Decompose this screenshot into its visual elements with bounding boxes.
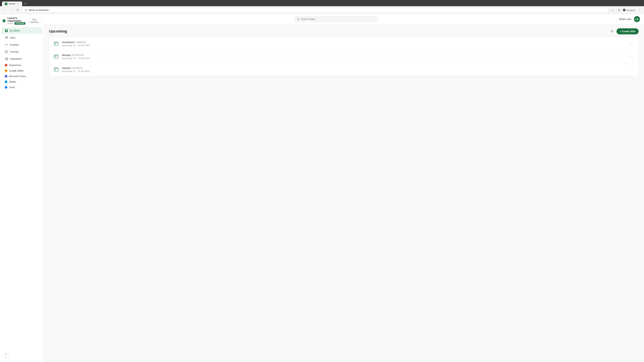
event-more-button-2[interactable]: ⋯ [628, 54, 634, 59]
event-calendar-icon-3 [53, 66, 59, 72]
event-name-row-1: Developers #1480327 [62, 41, 626, 44]
org-role-label: Owner [8, 22, 13, 25]
filter-button[interactable] [610, 29, 614, 34]
sidebar-item-analytics[interactable]: Analytics [1, 41, 42, 48]
svg-rect-28 [54, 55, 58, 58]
event-date-3: Upcoming: 11 – 12 Oct 2024 [62, 70, 626, 72]
sidebar-item-tutorials[interactable]: Tutorials [1, 48, 42, 55]
app-header: What's new LD [44, 14, 644, 24]
team-label: Team [10, 36, 16, 39]
svg-point-9 [6, 37, 6, 38]
svg-line-16 [6, 58, 7, 59]
event-item-developers[interactable]: Developers #1480327 Upcoming: 10 – 13 Oc… [49, 37, 638, 50]
content-area: Upcoming + Create slido [44, 24, 644, 80]
download-button[interactable]: ⬇ [616, 8, 621, 12]
svg-rect-7 [5, 31, 6, 32]
integration-item-webex[interactable]: Webex [1, 79, 42, 84]
event-id-1: #1480327 [75, 41, 86, 43]
event-name-3: Sample [62, 66, 70, 69]
sidebar-item-my-slidos[interactable]: My Slidos [1, 27, 42, 34]
new-tab-button[interactable]: + [23, 1, 27, 6]
incognito-button[interactable]: I Incognito [623, 8, 635, 11]
svg-point-14 [7, 57, 8, 58]
webex-dot [5, 80, 8, 83]
webex-label: Webex [9, 80, 16, 83]
zoom-label: Zoom [9, 86, 15, 89]
analytics-label: Analytics [10, 43, 19, 46]
sidebar-item-integrations[interactable]: Integrations [1, 55, 42, 62]
back-button[interactable]: ← [2, 8, 8, 12]
nav-actions: ☆ ⬇ I Incognito ⋮ [610, 8, 642, 12]
event-calendar-icon-2 [53, 53, 59, 59]
microsoft-teams-dot [5, 75, 8, 78]
tutorials-label: Tutorials [10, 50, 18, 53]
svg-rect-5 [5, 29, 6, 30]
reload-button[interactable]: ↻ [16, 8, 20, 12]
svg-rect-6 [6, 29, 8, 30]
create-slido-button[interactable]: + Create slido [616, 28, 639, 34]
tab-close-button[interactable]: ✕ [17, 2, 20, 5]
header-actions: + Create slido [610, 28, 639, 34]
event-item-moodoy[interactable]: Moodoy #37867021 Upcoming: 10 – 13 Oct 2… [49, 50, 638, 63]
header-right: What's new LD [619, 16, 640, 22]
navigation-bar: ← → ↻ admin.sli.do/events ☆ ⬇ I Incognit… [0, 6, 644, 14]
event-id-3: #2329970 [71, 66, 82, 69]
event-info-moodoy: Moodoy #37867021 Upcoming: 10 – 13 Oct 2… [62, 54, 626, 59]
tab-label: Events [9, 2, 16, 5]
search-icon [297, 18, 300, 20]
more-options-button[interactable]: ⋮ [636, 8, 642, 12]
event-more-button-1[interactable]: ⋯ [628, 41, 634, 46]
svg-rect-33 [54, 68, 58, 71]
forward-button[interactable]: → [9, 8, 14, 12]
upgrade-badge[interactable]: UPGRADE [14, 22, 26, 25]
integration-item-microsoft-teams[interactable]: Microsoft Teams [1, 73, 42, 79]
event-calendar-icon-1 [53, 40, 59, 46]
powerpoint-dot [5, 64, 8, 66]
help-button[interactable]: ? [3, 352, 9, 358]
integrations-icon [5, 57, 8, 60]
url-display: admin.sli.do/events [28, 9, 49, 11]
search-bar[interactable] [294, 16, 378, 22]
slido-logo: S [3, 17, 5, 24]
google-slides-dot [5, 69, 8, 72]
event-item-sample[interactable]: Sample #2329970 Upcoming: 11 – 12 Oct 20… [49, 63, 638, 76]
org-info: Lauren's organization Owner UPGRADE [8, 17, 25, 25]
sidebar-navigation: My Slidos Team [0, 27, 44, 351]
event-name-row-3: Sample #2329970 [62, 66, 626, 69]
tutorials-icon [5, 50, 8, 53]
integration-item-zoom[interactable]: Zoom [1, 85, 42, 90]
powerpoint-label: PowerPoint [9, 64, 21, 66]
bookmark-button[interactable]: ☆ [610, 8, 615, 12]
team-icon [5, 36, 8, 39]
active-tab[interactable]: S Events ✕ [2, 1, 22, 6]
microsoft-teams-label: Microsoft Teams [9, 75, 26, 78]
section-title: Upcoming [49, 29, 67, 33]
google-slides-label: Google Slides [9, 69, 24, 72]
svg-rect-23 [54, 42, 58, 45]
app-container: S Lauren's organization Owner UPGRADE Ne… [0, 14, 644, 362]
events-list: Developers #1480327 Upcoming: 10 – 13 Oc… [49, 37, 639, 76]
lock-icon [24, 9, 27, 11]
event-date-1: Upcoming: 10 – 13 Oct 2024 [62, 44, 626, 46]
my-slidos-label: My Slidos [10, 29, 20, 32]
section-header: Upcoming + Create slido [49, 28, 639, 34]
zoom-dot [5, 86, 8, 89]
svg-rect-8 [6, 31, 8, 32]
user-avatar[interactable]: LD [634, 16, 640, 22]
tab-favicon: S [5, 2, 8, 5]
event-more-button-3[interactable]: ⋯ [628, 67, 634, 72]
new-interface-button[interactable]: New interface [28, 17, 41, 24]
integration-item-powerpoint[interactable]: PowerPoint [1, 62, 42, 68]
sidebar-item-team[interactable]: Team [1, 34, 42, 41]
svg-line-17 [6, 59, 7, 59]
event-info-sample: Sample #2329970 Upcoming: 11 – 12 Oct 20… [62, 66, 626, 72]
address-bar[interactable]: admin.sli.do/events [22, 7, 609, 12]
event-id-2: #37867021 [72, 54, 84, 56]
create-slido-label: + Create slido [620, 30, 635, 33]
filter-icon [610, 30, 614, 33]
search-input[interactable] [301, 18, 375, 20]
whats-new-button[interactable]: What's new [619, 18, 631, 20]
integration-item-google-slides[interactable]: Google Slides [1, 68, 42, 73]
svg-point-15 [7, 59, 8, 60]
analytics-icon [5, 43, 8, 46]
